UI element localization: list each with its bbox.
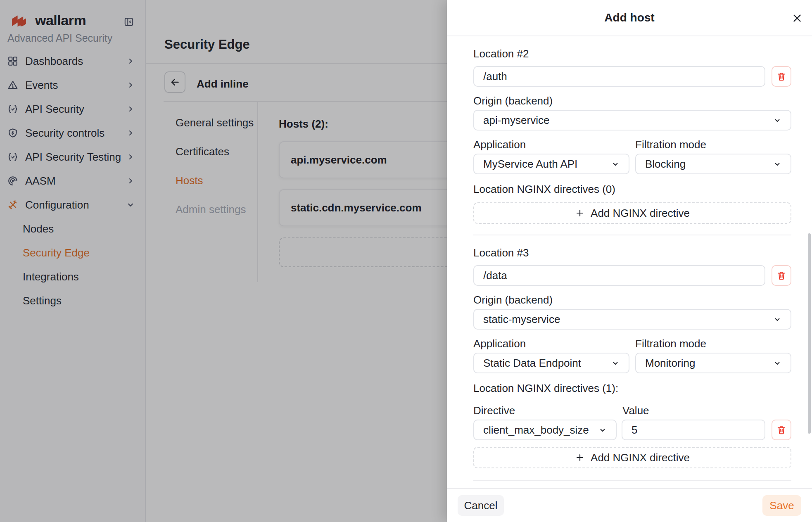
filtration-mode-select[interactable]: Monitoring	[635, 353, 791, 373]
trash-icon	[776, 425, 787, 435]
origin-select[interactable]: static-myservice	[473, 309, 791, 330]
value-column-label: Value	[622, 404, 649, 417]
add-nginx-directive-button[interactable]: Add NGINX directive	[473, 447, 791, 468]
directive-column-label: Directive	[473, 404, 617, 417]
location-heading: Location #2	[473, 47, 791, 60]
delete-location-button[interactable]	[772, 265, 791, 286]
modal-footer: Cancel Save	[447, 488, 812, 522]
plus-icon	[575, 453, 585, 463]
delete-location-button[interactable]	[772, 66, 791, 87]
application-label: Application	[473, 337, 629, 350]
origin-label: Origin (backend)	[473, 293, 791, 306]
chevron-down-icon	[598, 425, 608, 435]
modal-title: Add host	[604, 11, 654, 24]
location-path-input[interactable]	[473, 265, 765, 286]
add-nginx-directive-button[interactable]: Add NGINX directive	[473, 202, 791, 224]
trash-icon	[776, 71, 787, 82]
chevron-down-icon	[772, 159, 782, 169]
chevron-down-icon	[772, 115, 782, 125]
add-host-modal: Add host Location #2 Origin (backend) ap…	[447, 0, 812, 522]
filtration-mode-select[interactable]: Blocking	[635, 154, 791, 174]
chevron-down-icon	[772, 358, 782, 368]
cancel-button[interactable]: Cancel	[458, 495, 504, 516]
application-select[interactable]: Static Data Endpoint	[473, 353, 629, 373]
chevron-down-icon	[610, 358, 620, 368]
directives-heading: Location NGINX directives (0)	[473, 183, 791, 196]
origin-label: Origin (backend)	[473, 94, 791, 107]
application-label: Application	[473, 138, 629, 151]
modal-header: Add host	[447, 0, 812, 36]
location-path-input[interactable]	[473, 66, 765, 87]
delete-directive-button[interactable]	[772, 420, 791, 440]
directives-heading: Location NGINX directives (1):	[473, 382, 791, 395]
location-heading: Location #3	[473, 246, 791, 259]
section-divider	[473, 480, 791, 481]
filtration-mode-label: Filtration mode	[635, 337, 791, 350]
trash-icon	[776, 270, 787, 281]
chevron-down-icon	[772, 314, 782, 324]
chevron-down-icon	[610, 159, 620, 169]
application-select[interactable]: MyService Auth API	[473, 154, 629, 174]
close-icon[interactable]	[791, 12, 803, 24]
plus-icon	[575, 208, 585, 218]
directive-select[interactable]: client_max_body_size	[473, 420, 617, 440]
directive-value-input[interactable]	[622, 420, 765, 440]
origin-select[interactable]: api-myservice	[473, 110, 791, 130]
save-button[interactable]: Save	[762, 495, 801, 516]
section-divider	[473, 235, 791, 235]
modal-body: Location #2 Origin (backend) api-myservi…	[447, 36, 812, 488]
filtration-mode-label: Filtration mode	[635, 138, 791, 151]
modal-scrollbar[interactable]	[808, 233, 811, 434]
